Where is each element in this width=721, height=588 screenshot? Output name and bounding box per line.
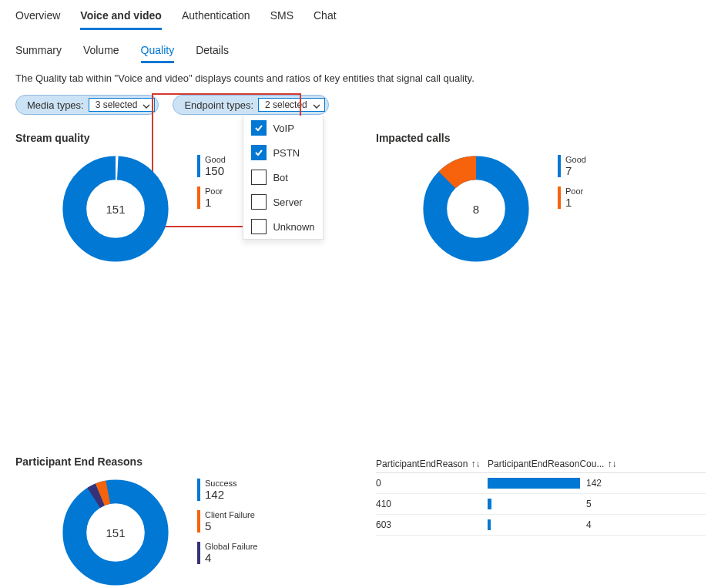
media-types-value: 3 selected — [96, 99, 138, 110]
table-cell-reason: 410 — [376, 499, 488, 509]
table-cell-count: 5 — [586, 499, 617, 509]
tab-chat[interactable]: Chat — [314, 6, 337, 30]
media-types-filter[interactable]: Media types: 3 selected — [15, 95, 159, 115]
panel-title: Impacted calls — [376, 132, 706, 144]
legend-name: Success — [205, 479, 237, 488]
legend-name: Good — [205, 155, 226, 164]
participant-end-reasons-donut: 151 — [62, 479, 169, 586]
legend-item: Client Failure5 — [197, 510, 257, 533]
table-row[interactable]: 603 4 — [376, 515, 706, 536]
secondary-tabs: Summary Volume Quality Details — [0, 30, 721, 63]
endpoint-types-select[interactable]: 2 selected — [258, 98, 325, 112]
tab-summary[interactable]: Summary — [15, 42, 62, 63]
tab-details[interactable]: Details — [196, 42, 229, 63]
table-cell-reason: 0 — [376, 478, 488, 489]
impacted-calls-legend: Good7 Poor1 — [558, 155, 586, 209]
endpoint-option-label: PSTN — [273, 147, 300, 159]
legend-color-bar — [558, 186, 561, 209]
legend-value: 1 — [205, 196, 223, 209]
table-cell-count: 4 — [586, 519, 617, 530]
legend-value: 4 — [205, 551, 257, 564]
legend-item: Good150 — [197, 155, 226, 177]
endpoint-types-filter[interactable]: Endpoint types: 2 selected VoIP PSTN Bot… — [173, 95, 328, 115]
checkbox-checked-icon — [251, 120, 267, 136]
checkbox-unchecked-icon — [251, 170, 267, 185]
legend-item: Success142 — [197, 479, 257, 501]
table-header-reason[interactable]: ParticipantEndReason — [376, 459, 468, 469]
endpoint-types-dropdown[interactable]: VoIP PSTN Bot Server Unknown — [243, 116, 323, 240]
legend-color-bar — [197, 186, 200, 209]
table-row[interactable]: 0 142 — [376, 473, 706, 494]
checkbox-checked-icon — [251, 145, 267, 160]
legend-color-bar — [197, 155, 200, 177]
bar-icon — [488, 499, 491, 509]
stream-quality-legend: Good150 Poor1 — [197, 155, 226, 209]
endpoint-option-server[interactable]: Server — [243, 190, 322, 214]
participant-end-reasons-legend: Success142 Client Failure5 Global Failur… — [197, 479, 257, 564]
donut-total: 151 — [106, 526, 125, 539]
endpoint-option-label: Server — [273, 197, 302, 208]
legend-name: Global Failure — [205, 542, 257, 551]
table-cell-reason: 603 — [376, 519, 488, 530]
checkbox-unchecked-icon — [251, 194, 267, 210]
legend-color-bar — [197, 542, 200, 564]
legend-color-bar — [197, 510, 200, 533]
legend-name: Client Failure — [205, 510, 255, 519]
endpoint-types-value: 2 selected — [265, 99, 307, 110]
tab-description: The Quality tab within "Voice and video"… — [0, 63, 721, 95]
tab-voice-and-video[interactable]: Voice and video — [80, 6, 162, 30]
legend-item: Good7 — [558, 155, 586, 177]
tab-quality[interactable]: Quality — [141, 42, 175, 63]
chevron-down-icon — [313, 102, 320, 113]
tab-authentication[interactable]: Authentication — [182, 6, 250, 30]
endpoint-option-bot[interactable]: Bot — [243, 165, 322, 190]
checkbox-unchecked-icon — [251, 219, 267, 234]
panel-participant-end-reasons: Participant End Reasons 151 Success142 — [15, 455, 345, 586]
impacted-calls-donut: 8 — [422, 155, 530, 263]
legend-item: Global Failure4 — [197, 542, 257, 564]
table-header-count[interactable]: ParticipantEndReasonCou... — [488, 459, 604, 469]
media-types-select[interactable]: 3 selected — [89, 98, 156, 112]
legend-value: 150 — [205, 164, 226, 177]
filter-bar: Media types: 3 selected Endpoint types: … — [0, 95, 721, 124]
chevron-down-icon — [143, 102, 150, 113]
legend-item: Poor1 — [197, 186, 226, 209]
sort-icon[interactable]: ↑↓ — [471, 459, 480, 469]
legend-color-bar — [558, 155, 561, 177]
endpoint-types-label: Endpoint types: — [184, 99, 253, 111]
table-row[interactable]: 410 5 — [376, 494, 706, 515]
bar-icon — [488, 478, 580, 489]
endpoint-option-voip[interactable]: VoIP — [243, 116, 322, 140]
table-header: ParticipantEndReason↑↓ ParticipantEndRea… — [376, 455, 706, 473]
primary-tabs: Overview Voice and video Authentication … — [0, 0, 721, 30]
stream-quality-donut: 151 — [62, 155, 169, 263]
legend-value: 7 — [565, 164, 586, 177]
legend-value: 5 — [205, 519, 255, 533]
panel-participant-end-reason-table: ParticipantEndReason↑↓ ParticipantEndRea… — [376, 455, 706, 586]
endpoint-option-label: Bot — [273, 172, 288, 183]
media-types-label: Media types: — [27, 99, 84, 111]
legend-name: Good — [565, 155, 586, 164]
donut-total: 151 — [106, 203, 125, 216]
legend-name: Poor — [205, 186, 223, 196]
panel-impacted-calls: Impacted calls 8 Good7 Poor1 — [376, 132, 706, 263]
panel-title: Participant End Reasons — [15, 455, 345, 468]
donut-total: 8 — [473, 203, 479, 216]
tab-overview[interactable]: Overview — [15, 6, 60, 30]
legend-value: 142 — [205, 488, 237, 501]
legend-value: 1 — [565, 196, 583, 209]
bar-icon — [488, 519, 491, 530]
table-cell-count: 142 — [586, 478, 617, 489]
tab-volume[interactable]: Volume — [83, 42, 119, 63]
endpoint-option-label: VoIP — [273, 123, 293, 134]
legend-color-bar — [197, 479, 200, 501]
endpoint-option-unknown[interactable]: Unknown — [243, 214, 322, 239]
legend-item: Poor1 — [558, 186, 586, 209]
endpoint-option-label: Unknown — [273, 221, 314, 233]
panels-grid: Stream quality 151 Good150 Poor1 — [0, 124, 721, 586]
tab-sms[interactable]: SMS — [270, 6, 293, 30]
legend-name: Poor — [565, 186, 583, 196]
sort-icon[interactable]: ↑↓ — [607, 459, 616, 469]
endpoint-option-pstn[interactable]: PSTN — [243, 140, 322, 165]
